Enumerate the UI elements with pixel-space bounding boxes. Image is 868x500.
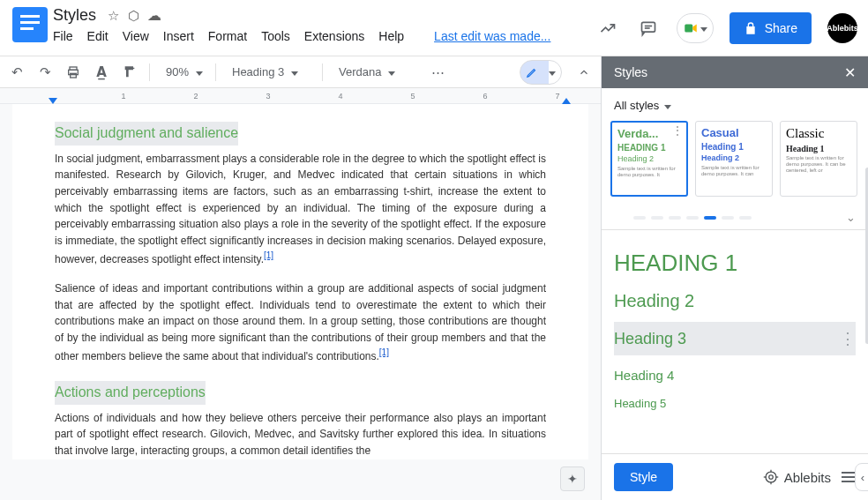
page-dot[interactable] xyxy=(722,216,734,220)
share-button[interactable]: Share xyxy=(730,12,812,44)
account-avatar[interactable]: Ablebits xyxy=(827,13,857,43)
meet-button[interactable] xyxy=(677,13,714,43)
zoom-picker[interactable]: 90% xyxy=(158,61,207,84)
font-value: Verdana xyxy=(339,65,381,78)
heading-style-h4[interactable]: Heading 4 xyxy=(614,361,856,390)
heading-style-h2[interactable]: Heading 2 xyxy=(614,284,856,318)
page-dot[interactable] xyxy=(704,216,716,220)
sidebar-scrollbar[interactable] xyxy=(862,88,868,465)
paragraph[interactable]: Salience of ideas and important contribu… xyxy=(55,280,546,365)
close-icon[interactable]: ✕ xyxy=(844,64,856,81)
expand-themes-icon[interactable]: ⌄ xyxy=(846,211,856,224)
menu-format[interactable]: Format xyxy=(208,29,247,43)
explore-button[interactable]: ✦ xyxy=(560,466,585,491)
divider xyxy=(602,229,868,230)
side-panel-toggle[interactable]: ‹ xyxy=(855,463,868,491)
editing-mode-button[interactable] xyxy=(520,60,562,85)
indent-marker-right[interactable] xyxy=(562,98,571,104)
more-icon[interactable]: ⋮ xyxy=(840,329,856,348)
undo-button[interactable]: ↶ xyxy=(5,61,28,84)
cloud-icon[interactable]: ☁ xyxy=(147,7,161,24)
star-icon[interactable]: ☆ xyxy=(108,8,119,24)
share-label: Share xyxy=(765,21,797,35)
ruler[interactable]: 1 2 3 4 5 6 7 xyxy=(0,88,601,104)
page-dot[interactable] xyxy=(739,216,752,220)
styles-filter[interactable]: All styles xyxy=(602,88,868,121)
toolbar: ↶ ↷ A̲ 90% Heading 3 Verdana xyxy=(0,56,601,88)
menu-insert[interactable]: Insert xyxy=(163,29,194,43)
sidebar-header: Styles ✕ xyxy=(602,56,868,88)
citation-link[interactable]: [1] xyxy=(379,347,389,357)
heading-style-h5[interactable]: Heading 5 xyxy=(614,390,856,417)
page-dot[interactable] xyxy=(686,216,699,220)
activity-icon[interactable] xyxy=(595,16,620,41)
more-tools-button[interactable]: ⋯ xyxy=(426,61,449,84)
svg-marker-4 xyxy=(692,24,697,32)
svg-rect-3 xyxy=(685,24,692,32)
chevron-down-icon xyxy=(291,65,298,78)
paragraph-style-picker[interactable]: Heading 3 xyxy=(224,61,314,84)
spellcheck-button[interactable]: A̲ xyxy=(90,61,113,84)
sidebar-footer: Style Ablebits xyxy=(602,453,868,500)
filter-value: All styles xyxy=(614,99,659,112)
menu-file[interactable]: File xyxy=(53,29,73,43)
comments-icon[interactable] xyxy=(636,16,661,41)
page-dot[interactable] xyxy=(651,216,663,220)
heading-style-h3[interactable]: Heading 3⋮ xyxy=(614,322,856,355)
title-icons: ☆ ⬡ ☁ xyxy=(105,7,164,24)
theme-carousel: Verda... HEADING 1 Heading 2 Sample text… xyxy=(602,121,868,205)
document-area[interactable]: Social judgment and salience In social j… xyxy=(0,104,601,500)
paragraph[interactable]: Actions of individuals and how they beli… xyxy=(55,410,546,459)
styles-sidebar: Styles ✕ All styles Verda... HEADING 1 H… xyxy=(601,56,868,500)
sidebar-title: Styles xyxy=(614,65,647,79)
menubar: Styles ☆ ⬡ ☁ File Edit View Insert Forma… xyxy=(0,0,868,56)
docs-logo[interactable] xyxy=(12,7,48,42)
zoom-value: 90% xyxy=(166,65,189,78)
svg-rect-0 xyxy=(641,22,655,32)
menu-help[interactable]: Help xyxy=(378,29,404,43)
page-dot[interactable] xyxy=(633,216,646,220)
heading-3[interactable]: Social judgment and salience xyxy=(55,122,238,146)
main-menu: File Edit View Insert Format Tools Exten… xyxy=(53,26,550,43)
menu-view[interactable]: View xyxy=(123,29,149,43)
chevron-down-icon xyxy=(388,65,395,78)
menu-tools[interactable]: Tools xyxy=(261,29,290,43)
last-edit-link[interactable]: Last edit was made... xyxy=(434,29,550,43)
chevron-down-icon xyxy=(700,21,707,34)
sidebar-menu-icon[interactable] xyxy=(842,472,856,482)
heading-style-h1[interactable]: HEADING 1 xyxy=(614,243,856,284)
page-dot[interactable] xyxy=(669,216,681,220)
menu-extensions[interactable]: Extensions xyxy=(304,29,364,43)
chevron-down-icon xyxy=(664,99,671,112)
font-picker[interactable]: Verdana xyxy=(331,61,421,84)
paragraph[interactable]: In social judgment, embarrassment plays … xyxy=(55,151,546,268)
theme-pagination: ⌄ xyxy=(602,205,868,226)
chevron-down-icon xyxy=(196,65,203,78)
paint-format-button[interactable] xyxy=(118,61,141,84)
heading-style-list: HEADING 1 Heading 2 Heading 3⋮ Heading 4… xyxy=(602,234,868,426)
svg-point-8 xyxy=(766,472,776,482)
collapse-sidebar-button[interactable] xyxy=(572,61,595,84)
citation-link[interactable]: [1] xyxy=(264,250,273,260)
print-button[interactable] xyxy=(62,61,85,84)
theme-card-classic[interactable]: Classic Heading 1 Sample text is written… xyxy=(780,121,857,197)
indent-marker-left[interactable] xyxy=(49,98,57,104)
ablebits-brand[interactable]: Ablebits xyxy=(763,469,831,485)
apply-style-button[interactable]: Style xyxy=(614,463,673,491)
document-title[interactable]: Styles xyxy=(53,6,96,25)
theme-card-casual[interactable]: Casual Heading 1 Heading 2 Sample text i… xyxy=(695,121,773,197)
style-value: Heading 3 xyxy=(232,65,284,78)
chevron-down-icon xyxy=(549,65,556,78)
heading-3[interactable]: Actions and perceptions xyxy=(55,381,206,405)
svg-point-9 xyxy=(768,475,773,480)
menu-edit[interactable]: Edit xyxy=(87,29,108,43)
move-icon[interactable]: ⬡ xyxy=(128,8,139,24)
theme-card-verdana[interactable]: Verda... HEADING 1 Heading 2 Sample text… xyxy=(610,121,688,197)
redo-button[interactable]: ↷ xyxy=(34,61,56,84)
